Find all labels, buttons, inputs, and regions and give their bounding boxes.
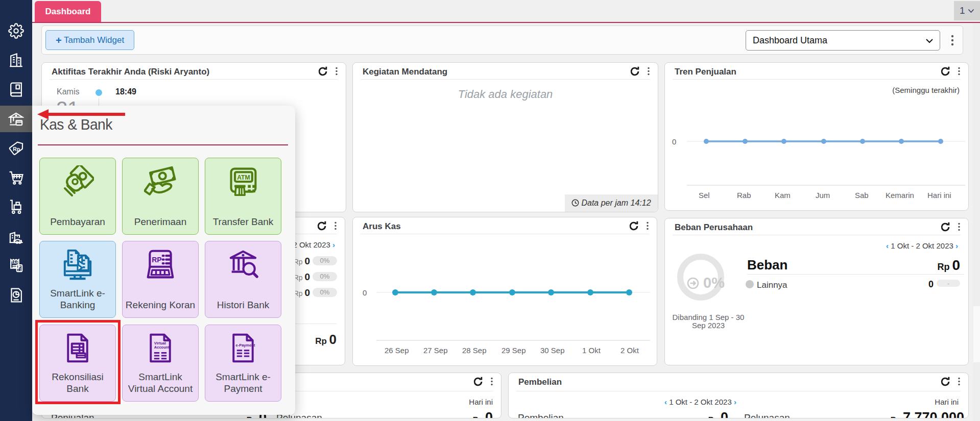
svg-text:Account: Account [154,345,170,350]
svg-text:e-Payment: e-Payment [235,343,255,348]
svg-text:RP: RP [152,256,162,264]
svg-text:ATM: ATM [237,174,250,181]
svg-text:Rp: Rp [13,146,20,152]
svg-text:TAX: TAX [11,261,18,265]
